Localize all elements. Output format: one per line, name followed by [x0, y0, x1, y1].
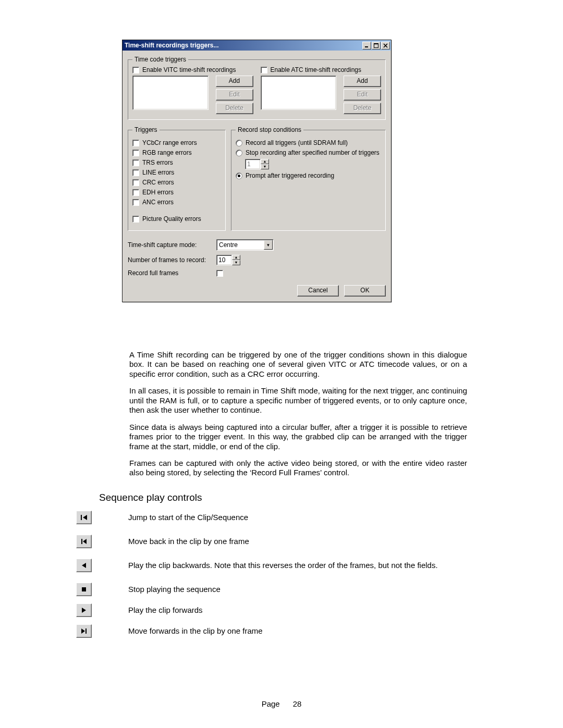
trigger-checkbox[interactable]	[132, 216, 139, 223]
stop-conditions-legend: Record stop conditions	[236, 126, 303, 133]
trigger-label: YCbCr range errors	[142, 139, 197, 146]
triggers-legend: Triggers	[132, 126, 160, 133]
control-row: Move forwards in the clip by one frame	[76, 624, 467, 638]
capture-mode-label: Time-shift capture mode:	[128, 241, 216, 249]
vitc-edit-button[interactable]: Edit	[216, 89, 253, 101]
svg-rect-5	[81, 539, 82, 544]
paragraph: Since data is always being captured into…	[129, 423, 467, 451]
paragraph: In all cases, it is possible to remain i…	[129, 386, 467, 415]
stop-number-input[interactable]: 1	[245, 159, 261, 169]
stop-radio-all-label: Record all triggers (until SDRAM full)	[246, 139, 348, 146]
atc-edit-button[interactable]: Edit	[344, 89, 381, 101]
svg-rect-0	[365, 46, 368, 47]
stop-number-spinner[interactable]: 1 ▲ ▼	[245, 159, 269, 169]
frames-spinner[interactable]: 10 ▲ ▼	[216, 255, 240, 265]
document-text: A Time Shift recording can be triggered …	[129, 350, 467, 485]
svg-marker-6	[83, 539, 87, 544]
trigger-checkbox[interactable]	[132, 150, 139, 156]
full-frames-label: Record full frames	[128, 269, 216, 277]
trigger-checkbox[interactable]	[132, 199, 139, 206]
atc-add-button[interactable]: Add	[344, 76, 381, 87]
close-button[interactable]	[381, 42, 390, 50]
vitc-add-button[interactable]: Add	[216, 76, 253, 87]
spin-down-icon[interactable]: ▼	[261, 164, 269, 169]
control-row: Move back in the clip by one frame	[76, 535, 467, 548]
trigger-label: Picture Quality errors	[142, 215, 201, 223]
frames-label: Number of frames to record:	[128, 256, 216, 264]
trigger-checkbox[interactable]	[132, 140, 139, 146]
section-heading: Sequence play controls	[99, 492, 202, 503]
vitc-listbox[interactable]	[132, 76, 209, 110]
control-row: Jump to start of the Clip/Sequence	[76, 511, 467, 524]
svg-marker-7	[82, 563, 86, 568]
control-row: Play the clip forwards	[76, 603, 467, 617]
svg-rect-2	[374, 43, 378, 44]
trigger-label: RGB range errors	[142, 149, 192, 156]
control-desc: Jump to start of the Clip/Sequence	[128, 512, 248, 523]
vitc-delete-button[interactable]: Delete	[216, 103, 253, 114]
stop-icon[interactable]	[76, 583, 92, 596]
page-number: Page 28	[0, 699, 563, 708]
trigger-checkbox[interactable]	[132, 179, 139, 186]
timecode-triggers-legend: Time code triggers	[132, 56, 188, 63]
atc-delete-button[interactable]: Delete	[344, 103, 381, 114]
ok-button[interactable]: OK	[344, 285, 386, 297]
paragraph: Frames can be captured with only the act…	[129, 459, 467, 478]
skip-start-icon[interactable]	[76, 511, 92, 524]
control-desc: Move back in the clip by one frame	[128, 536, 249, 547]
trigger-label: CRC errors	[142, 179, 174, 186]
svg-marker-10	[81, 628, 85, 634]
frames-input[interactable]: 10	[216, 255, 232, 265]
controls-list: Jump to start of the Clip/Sequence Move …	[76, 511, 467, 648]
svg-marker-9	[82, 608, 86, 613]
enable-atc-label: Enable ATC time-shift recordings	[271, 66, 362, 73]
stop-radio-num-label: Stop recording after specified number of…	[246, 149, 380, 156]
spin-down-icon[interactable]: ▼	[232, 260, 240, 265]
stop-radio-prompt[interactable]	[236, 172, 242, 179]
timecode-triggers-group: Time code triggers Enable VITC time-shif…	[128, 56, 386, 120]
atc-listbox[interactable]	[261, 76, 337, 110]
svg-rect-3	[81, 515, 82, 520]
enable-atc-checkbox[interactable]	[261, 67, 267, 73]
svg-marker-4	[83, 515, 87, 520]
control-desc: Stop playing the sequence	[128, 584, 221, 595]
stop-radio-prompt-label: Prompt after triggered recording	[246, 172, 334, 179]
spin-up-icon[interactable]: ▲	[232, 255, 240, 260]
chevron-down-icon[interactable]: ▼	[264, 240, 273, 250]
triggers-group: Triggers YCbCr range errors RGB range er…	[128, 126, 226, 231]
capture-mode-value: Centre	[217, 241, 263, 249]
time-shift-dialog: Time-shift recordings triggers... Time c…	[122, 40, 391, 302]
play-fwd-icon[interactable]	[76, 603, 92, 617]
trigger-label: EDH errors	[142, 189, 174, 196]
trigger-label: LINE errors	[142, 169, 174, 176]
trigger-checkbox[interactable]	[132, 169, 139, 176]
maximize-button[interactable]	[372, 42, 381, 50]
enable-vitc-label: Enable VITC time-shift recordings	[142, 66, 236, 73]
control-row: Play the clip backwards. Note that this …	[76, 559, 467, 572]
stop-radio-all[interactable]	[236, 140, 242, 146]
stop-radio-num[interactable]	[236, 150, 242, 156]
control-row: Stop playing the sequence	[76, 583, 467, 596]
paragraph: A Time Shift recording can be triggered …	[129, 350, 467, 379]
trigger-label: ANC errors	[142, 199, 174, 206]
trigger-label: TRS errors	[142, 159, 173, 166]
minimize-button[interactable]	[362, 42, 371, 50]
control-desc: Play the clip backwards. Note that this …	[128, 560, 438, 571]
stop-conditions-group: Record stop conditions Record all trigge…	[231, 126, 386, 231]
control-desc: Move forwards in the clip by one frame	[128, 626, 263, 636]
step-back-icon[interactable]	[76, 535, 92, 548]
full-frames-checkbox[interactable]	[216, 270, 223, 277]
play-back-icon[interactable]	[76, 559, 92, 572]
trigger-checkbox[interactable]	[132, 159, 139, 166]
dialog-title: Time-shift recordings triggers...	[125, 42, 362, 49]
spin-up-icon[interactable]: ▲	[261, 159, 269, 164]
control-desc: Play the clip forwards	[128, 605, 203, 615]
step-fwd-icon[interactable]	[76, 624, 92, 638]
capture-mode-dropdown[interactable]: Centre ▼	[216, 239, 274, 251]
trigger-checkbox[interactable]	[132, 189, 139, 196]
svg-rect-11	[85, 628, 87, 634]
dialog-titlebar: Time-shift recordings triggers...	[123, 40, 391, 51]
svg-rect-8	[82, 587, 86, 591]
enable-vitc-checkbox[interactable]	[132, 67, 139, 73]
cancel-button[interactable]: Cancel	[297, 285, 339, 297]
